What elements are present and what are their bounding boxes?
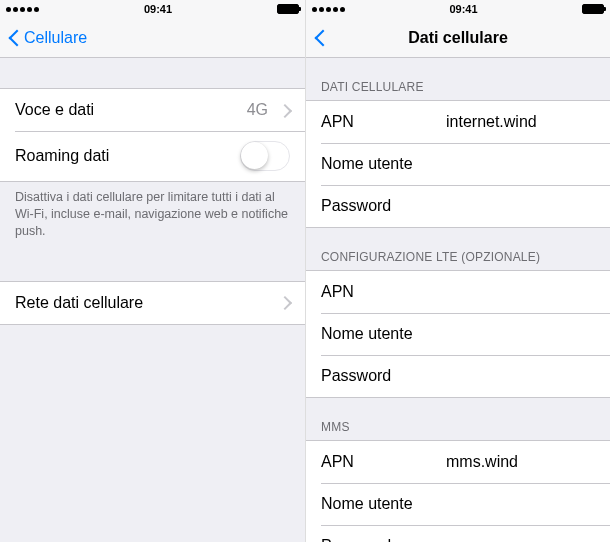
row-label: APN [321, 283, 426, 301]
row-label: APN [321, 113, 426, 131]
battery-icon [582, 4, 604, 14]
row-label: Nome utente [321, 325, 426, 343]
page-title: Dati cellulare [306, 29, 610, 47]
section-header-mms: MMS [306, 398, 610, 440]
nav-bar: Dati cellulare [306, 18, 610, 58]
nav-bar: Cellulare [0, 18, 305, 58]
chevron-left-icon [8, 28, 20, 48]
apn-input[interactable] [446, 453, 610, 471]
row-label: Password [321, 537, 426, 542]
group-footer: Disattiva i dati cellulare per limitare … [0, 182, 305, 247]
status-right [582, 4, 604, 14]
row-mms-password[interactable]: Password [306, 525, 610, 542]
user-input[interactable] [446, 325, 610, 343]
group-voice-roaming: Voce e dati 4G Roaming dati [0, 88, 305, 182]
signal-dots-icon [6, 7, 39, 12]
status-left [6, 7, 39, 12]
battery-icon [277, 4, 299, 14]
roaming-switch[interactable] [240, 141, 290, 171]
section-header-cellular: DATI CELLULARE [306, 58, 610, 100]
row-label: Roaming dati [15, 147, 109, 165]
row-network[interactable]: Rete dati cellulare [0, 282, 305, 324]
row-lte-user[interactable]: Nome utente [306, 313, 610, 355]
row-label: APN [321, 453, 426, 471]
row-voice-data[interactable]: Voce e dati 4G [0, 89, 305, 131]
back-button[interactable]: Cellulare [8, 28, 87, 48]
row-cellular-user[interactable]: Nome utente [306, 143, 610, 185]
chevron-right-icon [282, 104, 290, 117]
phone-right: 09:41 Dati cellulare DATI CELLULARE APN … [305, 0, 610, 542]
row-lte-password[interactable]: Password [306, 355, 610, 397]
row-mms-user[interactable]: Nome utente [306, 483, 610, 525]
status-right [277, 4, 299, 14]
apn-input[interactable] [446, 283, 610, 301]
apn-input[interactable] [446, 113, 610, 131]
chevron-left-icon [314, 28, 326, 48]
group-network: Rete dati cellulare [0, 281, 305, 325]
password-input[interactable] [446, 537, 610, 542]
row-label: Password [321, 367, 426, 385]
row-lte-apn[interactable]: APN [306, 271, 610, 313]
row-label: Nome utente [321, 155, 426, 173]
row-label: Voce e dati [15, 101, 94, 119]
row-mms-apn[interactable]: APN [306, 441, 610, 483]
status-time: 09:41 [449, 3, 477, 15]
group-mms: APN Nome utente Password [306, 440, 610, 542]
password-input[interactable] [446, 367, 610, 385]
phone-left: 09:41 Cellulare Voce e dati 4G Roaming d… [0, 0, 305, 542]
row-cellular-password[interactable]: Password [306, 185, 610, 227]
group-lte: APN Nome utente Password [306, 270, 610, 398]
password-input[interactable] [446, 197, 610, 215]
row-value: 4G [247, 101, 268, 119]
status-left [312, 7, 345, 12]
signal-dots-icon [312, 7, 345, 12]
user-input[interactable] [446, 495, 610, 513]
row-roaming: Roaming dati [0, 131, 305, 181]
section-header-lte: CONFIGURAZIONE LTE (OPZIONALE) [306, 228, 610, 270]
row-cellular-apn[interactable]: APN [306, 101, 610, 143]
row-label: Password [321, 197, 426, 215]
row-label: Nome utente [321, 495, 426, 513]
status-bar: 09:41 [306, 0, 610, 18]
group-cellular: APN Nome utente Password [306, 100, 610, 228]
switch-knob-icon [241, 142, 268, 169]
user-input[interactable] [446, 155, 610, 173]
chevron-right-icon [282, 296, 290, 309]
row-label: Rete dati cellulare [15, 294, 143, 312]
status-bar: 09:41 [0, 0, 305, 18]
status-time: 09:41 [144, 3, 172, 15]
back-button[interactable] [314, 28, 326, 48]
back-label: Cellulare [24, 29, 87, 47]
